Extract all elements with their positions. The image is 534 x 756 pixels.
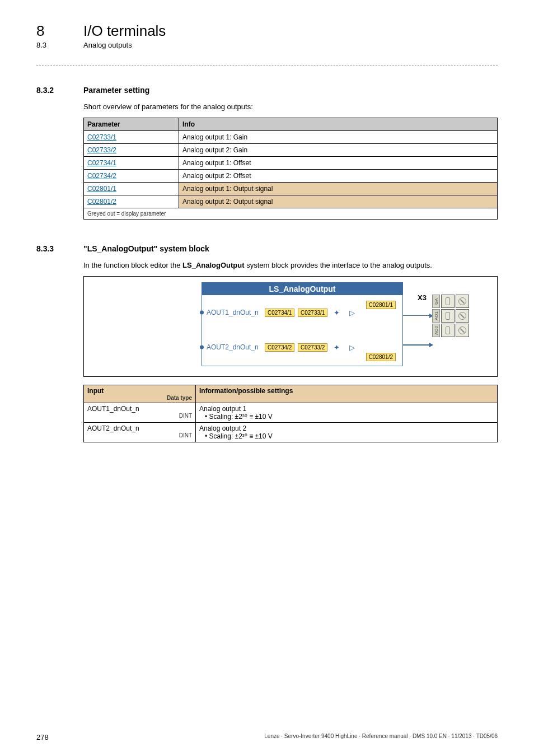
- divider: [36, 65, 498, 66]
- io-desc: Analog output 1: [199, 405, 494, 413]
- col-header-parameter: Parameter: [84, 118, 179, 131]
- parameter-info: Analog output 2: Offset: [179, 170, 498, 183]
- gain-chip: C02733/1: [298, 309, 327, 317]
- parameter-link[interactable]: C02801/1: [87, 185, 116, 193]
- section-number: 8.3: [36, 41, 59, 49]
- parameter-link[interactable]: C02733/2: [87, 146, 116, 154]
- terminal-pin-label: GA: [432, 295, 440, 308]
- arrow-icon: [402, 315, 433, 316]
- subsection-number: 8.3.3: [36, 244, 68, 253]
- parameter-table: Parameter Info C02733/1 Analog output 1:…: [83, 118, 498, 220]
- port-dot-icon: [200, 346, 204, 349]
- col-header-datatype: Data type: [87, 395, 192, 401]
- page-footer: 278 Lenze · Servo-Inverter 9400 HighLine…: [36, 733, 498, 741]
- parameter-info: Analog output 1: Offset: [179, 157, 498, 170]
- block-diagram: LS_AnalogOutput AOUT1_dnOut_n C02734/1 C…: [83, 276, 498, 377]
- chapter-title: I/O terminals: [83, 22, 166, 40]
- output-chip: C02801/2: [366, 353, 396, 361]
- page-number: 278: [36, 733, 49, 741]
- parameter-info: Analog output 2: Output signal: [179, 195, 498, 208]
- terminal-label: X3: [418, 293, 427, 302]
- io-name: AOUT2_dnOut_n: [87, 424, 192, 432]
- port-label: AOUT1_dnOut_n: [202, 309, 265, 316]
- terminal-port-icon: [441, 309, 455, 323]
- system-block: LS_AnalogOutput AOUT1_dnOut_n C02734/1 C…: [202, 282, 403, 366]
- sum-icon: ✦: [330, 341, 343, 353]
- col-header-info: Info: [179, 118, 498, 131]
- section-title: Analog outputs: [83, 41, 132, 49]
- terminal-screw-icon: [456, 324, 469, 337]
- table-row: C02733/2 Analog output 2: Gain: [84, 144, 498, 157]
- terminal-pin-label: AO1: [432, 309, 440, 323]
- io-datatype: DINT: [87, 432, 192, 438]
- col-header-info: Information/possible settings: [196, 385, 498, 403]
- parameter-link[interactable]: C02734/1: [87, 159, 116, 167]
- gain-icon: ▷: [345, 306, 359, 319]
- subsection-title: "LS_AnalogOutput" system block: [83, 244, 209, 253]
- table-row: C02734/1 Analog output 1: Offset: [84, 157, 498, 170]
- subsection-number: 8.3.2: [36, 86, 68, 95]
- output-chip: C02801/1: [366, 301, 396, 309]
- intro-text: Short overview of parameters for the ana…: [83, 102, 498, 111]
- parameter-info: Analog output 2: Gain: [179, 144, 498, 157]
- terminal-x3: X3 GA AO1 AO2: [432, 295, 469, 337]
- terminal-pin-label: AO2: [432, 324, 440, 337]
- parameter-link[interactable]: C02801/2: [87, 198, 116, 206]
- parameter-link[interactable]: C02733/1: [87, 133, 116, 141]
- io-desc: Analog output 2: [199, 424, 494, 432]
- io-datatype: DINT: [87, 413, 192, 419]
- table-row: C02733/1 Analog output 1: Gain: [84, 131, 498, 144]
- table-row: C02734/2 Analog output 2: Offset: [84, 170, 498, 183]
- table-footnote: Greyed out = display parameter: [84, 208, 498, 220]
- col-header-input: Input Data type: [84, 385, 196, 403]
- parameter-link[interactable]: C02734/2: [87, 172, 116, 180]
- table-row: AOUT1_dnOut_n DINT Analog output 1 • Sca…: [84, 403, 498, 423]
- terminal-screw-icon: [456, 309, 469, 323]
- system-block-title: LS_AnalogOutput: [202, 283, 402, 295]
- footer-meta: Lenze · Servo-Inverter 9400 HighLine · R…: [264, 733, 498, 741]
- table-row: C02801/2 Analog output 2: Output signal: [84, 195, 498, 208]
- gain-icon: ▷: [345, 341, 359, 353]
- port-label: AOUT2_dnOut_n: [202, 343, 265, 351]
- io-name: AOUT1_dnOut_n: [87, 405, 192, 413]
- offset-chip: C02734/2: [265, 343, 294, 352]
- parameter-info: Analog output 1: Output signal: [179, 183, 498, 195]
- arrow-icon: [402, 344, 433, 346]
- block-row: AOUT1_dnOut_n C02734/1 C02733/1 ✦ ▷ C028…: [202, 295, 402, 330]
- offset-chip: C02734/1: [265, 309, 294, 317]
- sum-icon: ✦: [330, 306, 343, 319]
- block-row: AOUT2_dnOut_n C02734/2 C02733/2 ✦ ▷ C028…: [202, 330, 402, 365]
- terminal-screw-icon: [456, 295, 469, 308]
- parameter-info: Analog output 1: Gain: [179, 131, 498, 144]
- port-dot-icon: [200, 311, 204, 315]
- intro-text: In the function block editor the LS_Anal…: [83, 261, 498, 269]
- terminal-port-icon: [441, 324, 455, 337]
- io-scale: • Scaling: ±2³⁰ ≡ ±10 V: [199, 432, 494, 440]
- gain-chip: C02733/2: [298, 343, 327, 352]
- terminal-port-icon: [441, 295, 455, 308]
- subsection-title: Parameter setting: [83, 86, 149, 95]
- io-scale: • Scaling: ±2³⁰ ≡ ±10 V: [199, 413, 494, 421]
- chapter-number: 8: [36, 22, 59, 40]
- table-row: AOUT2_dnOut_n DINT Analog output 2 • Sca…: [84, 423, 498, 442]
- table-row: C02801/1 Analog output 1: Output signal: [84, 183, 498, 195]
- io-table: Input Data type Information/possible set…: [83, 385, 498, 442]
